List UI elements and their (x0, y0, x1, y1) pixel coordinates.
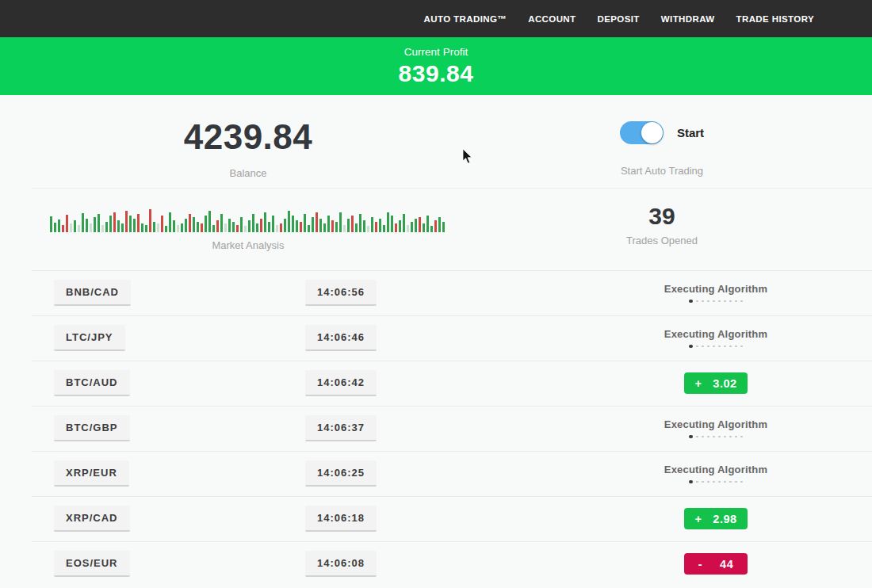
candle-bar (280, 223, 282, 232)
candle-bar (308, 225, 310, 232)
trade-row: XRP/CAD 14:06:18 + 2.98 (0, 496, 872, 541)
nav-link-trade-history[interactable]: TRADE HISTORY (736, 14, 815, 24)
candle-bar (173, 220, 175, 232)
candle-bar (304, 214, 306, 232)
market-section: Market Analysis 39 Trades Opened (0, 189, 872, 270)
nav-link-deposit[interactable]: DEPOSIT (598, 14, 640, 24)
candle-bar (296, 220, 298, 232)
balance-block: 4239.84 Balance (0, 95, 496, 188)
candle-bar (268, 222, 270, 232)
candle-bar (133, 219, 136, 232)
trades-list: BNB/CAD 14:06:56 Executing Algorithm LTC… (0, 270, 872, 586)
candle-bar (208, 211, 211, 232)
market-analysis-label: Market Analysis (212, 239, 284, 251)
progress-dot (713, 436, 715, 438)
candle-bar (141, 223, 143, 232)
nav-link-withdraw[interactable]: WITHDRAW (661, 14, 715, 24)
candle-bar (415, 219, 417, 232)
result-sign: + (694, 513, 702, 525)
progress-dot (718, 300, 721, 303)
candle-bar (383, 225, 385, 232)
candle-bar (335, 222, 338, 232)
candle-bar (82, 213, 84, 232)
progress-dot (724, 436, 726, 438)
candle-bar (351, 216, 354, 232)
pair-tag: BNB/CAD (54, 280, 131, 306)
progress-dot (689, 435, 693, 439)
pair-cell: BNB/CAD (0, 280, 270, 306)
progress-dot (696, 300, 698, 303)
candle-bar (244, 226, 247, 232)
progress-dots (689, 345, 743, 349)
time-tag: 14:06:37 (305, 415, 377, 441)
status-cell: Executing Algorithm (617, 418, 815, 439)
status-cell: Executing Algorithm (617, 464, 815, 484)
candle-bar (423, 223, 425, 232)
progress-dot (702, 481, 704, 483)
candle-bar (276, 225, 278, 232)
auto-trading-toggle[interactable] (620, 121, 664, 144)
progress-dot (707, 436, 709, 438)
candle-bar (411, 222, 413, 232)
candle-bar (323, 223, 326, 232)
candle-bar (240, 217, 243, 232)
candle-bar (339, 212, 342, 232)
balance-section: 4239.84 Balance Start Start Auto Trading (0, 95, 872, 188)
progress-dot (740, 436, 743, 438)
candle-bar (50, 216, 52, 232)
progress-dot (707, 481, 709, 483)
progress-dot (696, 481, 698, 483)
status-cell: Executing Algorithm (617, 328, 815, 349)
progress-dot (713, 346, 715, 348)
result-sign: + (694, 377, 702, 390)
time-cell: 14:06:37 (270, 415, 412, 441)
time-cell: 14:06:42 (270, 370, 412, 396)
progress-dot (707, 300, 709, 303)
candle-bar (256, 223, 258, 232)
result-badge: + 3.02 (684, 372, 748, 394)
candle-bar (117, 220, 120, 232)
candle-bar (375, 222, 377, 232)
toggle-label: Start (677, 126, 704, 139)
progress-dot (718, 346, 721, 348)
candle-bar (319, 219, 322, 232)
time-cell: 14:06:46 (270, 325, 412, 351)
candle-bar (347, 219, 350, 232)
progress-dot (740, 481, 743, 483)
progress-dot (735, 300, 737, 303)
candle-bar (379, 219, 381, 232)
pair-cell: BTC/AUD (0, 370, 270, 396)
progress-dot (729, 436, 732, 438)
result-value: 44 (720, 558, 733, 571)
result-value: 3.02 (713, 377, 736, 390)
time-cell: 14:06:18 (270, 506, 412, 532)
time-cell: 14:06:56 (270, 280, 412, 306)
candle-bar (264, 212, 266, 232)
progress-dot (689, 480, 693, 484)
candle-bar (165, 226, 167, 232)
progress-dot (696, 346, 698, 348)
candle-bar (371, 217, 373, 232)
progress-dot (702, 300, 704, 303)
candle-bar (316, 212, 318, 232)
time-tag: 14:06:56 (305, 280, 377, 306)
progress-dot (724, 346, 726, 348)
progress-dot (729, 300, 732, 303)
candle-bar (189, 214, 191, 232)
time-tag: 14:06:08 (305, 551, 377, 577)
nav-link-account[interactable]: ACCOUNT (528, 14, 576, 24)
candle-bar (181, 223, 183, 232)
time-tag: 14:06:42 (305, 370, 377, 396)
trade-row: XRP/EUR 14:06:25 Executing Algorithm (0, 451, 872, 496)
nav-link-auto-trading[interactable]: AUTO TRADING™ (424, 14, 507, 24)
candle-bar (248, 220, 251, 232)
progress-dots (689, 480, 743, 484)
candle-bar (212, 225, 215, 232)
progress-dot (729, 481, 732, 483)
toggle-row: Start (620, 95, 704, 144)
candle-bar (288, 211, 290, 232)
candle-bar (343, 225, 346, 232)
candle-bar (125, 211, 128, 232)
candle-bar (78, 225, 80, 232)
trade-row: BTC/GBP 14:06:37 Executing Algorithm (0, 406, 872, 451)
